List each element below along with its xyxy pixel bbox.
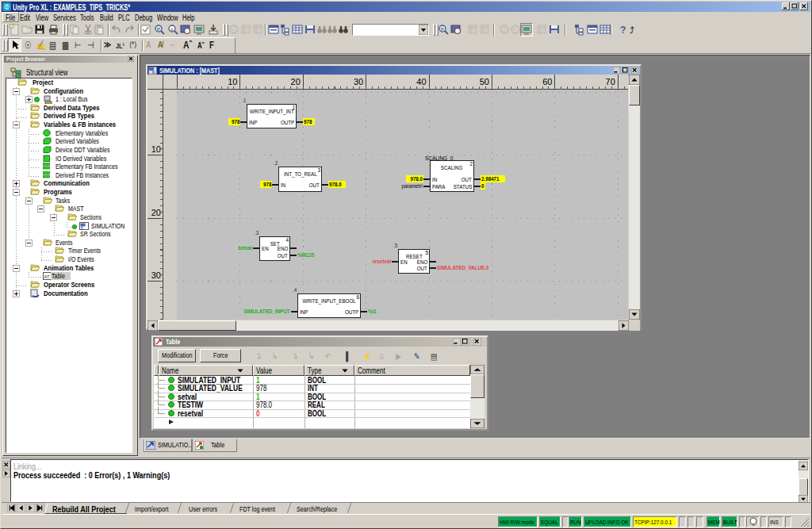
svg-text:b: b [81, 225, 83, 230]
svg-text:?: ? [620, 25, 626, 36]
svg-text:P: P [441, 27, 444, 32]
svg-text:AT: AT [44, 274, 51, 279]
svg-text:⤴: ⤴ [630, 25, 634, 35]
svg-text:P: P [157, 27, 160, 32]
